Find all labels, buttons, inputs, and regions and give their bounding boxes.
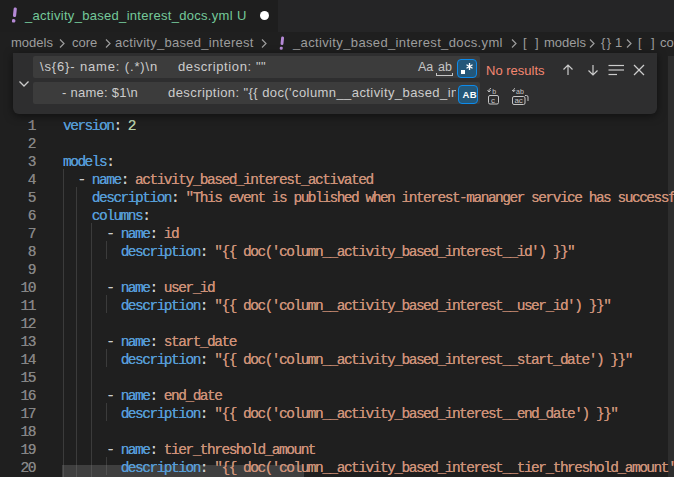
svg-text:ac: ac xyxy=(514,96,522,105)
svg-text:c: c xyxy=(491,96,495,105)
svg-text:ab: ab xyxy=(516,88,524,95)
svg-text:b: b xyxy=(492,88,496,95)
